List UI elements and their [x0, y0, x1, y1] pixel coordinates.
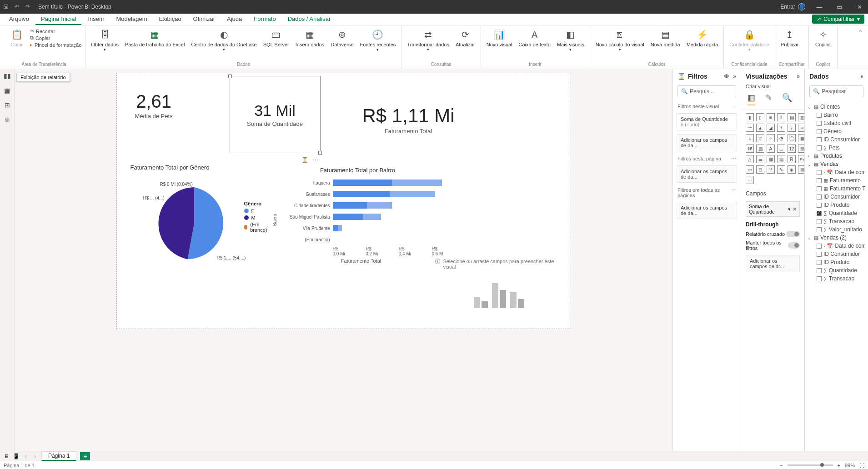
eye-icon[interactable]: 👁	[724, 73, 729, 80]
viz-decomp-icon[interactable]: ⊟	[756, 165, 764, 174]
viz-matrix-icon[interactable]: ▤	[777, 155, 785, 163]
field-valor-unitario[interactable]: ∑Valor_unitario	[808, 225, 865, 234]
transform-data-button[interactable]: ⇄Transformar dados▾	[405, 27, 451, 61]
maximize-button[interactable]: ▭	[833, 4, 845, 10]
enter-data-button[interactable]: ▦Inserir dados	[294, 27, 326, 61]
field-data-de-compra[interactable]: ›📅Data de compra	[808, 168, 865, 176]
filter-add-visual[interactable]: Adicionar os campos de da...	[677, 134, 737, 151]
share-button[interactable]: ↗Compartilhar ▾	[812, 15, 864, 24]
visual-calc-button[interactable]: ⨊Novo cáculo do visual▾	[594, 27, 646, 61]
viz-funnel-icon[interactable]: ▽	[756, 134, 764, 142]
viz-stacked-area-icon[interactable]: ◢	[767, 124, 775, 132]
publish-button[interactable]: ↥Publicar	[779, 27, 801, 61]
field-id-consumidor[interactable]: ID Consumidor	[808, 250, 865, 258]
prev-page-icon[interactable]: ‹	[23, 453, 29, 459]
field-faturamento[interactable]: ▦Faturamento	[808, 176, 865, 185]
viz-card-icon[interactable]: 12	[788, 145, 796, 153]
quick-measure-button[interactable]: ⚡Medida rápida	[685, 27, 720, 61]
analytics-icon[interactable]: 🔍	[782, 93, 792, 105]
viz-100bar-icon[interactable]: ▤	[788, 113, 796, 121]
new-measure-button[interactable]: ▤Nova medida	[649, 27, 682, 61]
save-icon[interactable]: 🖫	[3, 4, 9, 10]
canvas-area[interactable]: 2,61 Média de Pets 31 Mil Soma de Quanti…	[15, 69, 672, 451]
tab-inserir[interactable]: Inserir	[82, 14, 110, 25]
field-id-produto[interactable]: ID Produto	[808, 201, 865, 209]
format-visual-icon[interactable]: ✎	[765, 93, 772, 105]
table-vendas[interactable]: ⌄▦Vendas	[808, 160, 865, 168]
table-view-icon[interactable]: ▦	[3, 86, 11, 95]
collapse-icon[interactable]: »	[733, 73, 736, 80]
card-faturamento-total[interactable]: R$ 1,11 Mi Faturamento Total	[362, 105, 455, 135]
filter-add-page[interactable]: Adicionar os campos de da...	[677, 165, 737, 183]
collapse-icon[interactable]: »	[860, 73, 863, 80]
field-id-consumidor[interactable]: ID Consumidor	[808, 135, 865, 144]
viz-stacked-bar-icon[interactable]: ▮	[746, 113, 754, 121]
viz-waterfall-icon[interactable]: ⊎	[746, 134, 754, 142]
zoom-slider[interactable]	[788, 464, 833, 466]
filter-icon[interactable]: ⏳	[301, 157, 308, 163]
recent-sources-button[interactable]: 🕘Fontes recentes▾	[358, 27, 398, 61]
ellipsis-icon[interactable]: ⋯	[731, 104, 736, 110]
viz-azure-map-icon[interactable]: A	[767, 145, 775, 153]
add-page-button[interactable]: +	[80, 452, 90, 460]
tab-dados-analisar[interactable]: Dados / Analisar	[282, 14, 336, 25]
viz-kpi-icon[interactable]: △	[746, 155, 754, 163]
field-transacao[interactable]: ∑Transacao	[808, 274, 865, 283]
tab-exibicao[interactable]: Exibição	[153, 14, 186, 25]
copilot-button[interactable]: ✧Copilot	[813, 27, 833, 61]
new-visual-button[interactable]: 📊Novo visual	[485, 27, 514, 61]
tab-otimizar[interactable]: Otimizar	[188, 14, 221, 25]
tab-arquivo[interactable]: Arquivo	[4, 14, 35, 25]
remove-icon[interactable]: ✕	[793, 206, 797, 212]
zoom-out-icon[interactable]: −	[780, 463, 783, 468]
signin-button[interactable]: Entrar 👤	[780, 3, 805, 10]
chevron-down-icon[interactable]: ▾	[788, 206, 791, 212]
viz-filled-map-icon[interactable]: ▧	[756, 145, 764, 153]
field-quantidade[interactable]: ∑Quantidade	[808, 266, 865, 274]
viz-line-col2-icon[interactable]: ⫰	[788, 124, 796, 132]
zoom-in-icon[interactable]: +	[838, 463, 840, 468]
field-faturamento-to---[interactable]: ▦Faturamento To...	[808, 185, 865, 193]
copy-button[interactable]: ⧉Copiar	[30, 35, 81, 41]
field-id-consumidor[interactable]: ID Consumidor	[808, 193, 865, 201]
tab-pagina-inicial[interactable]: Página Inicial	[35, 14, 81, 25]
viz-qa-icon[interactable]: ?	[767, 165, 775, 174]
more-options-icon[interactable]: ⋯	[313, 157, 318, 163]
dataverse-button[interactable]: ⊚Dataverse	[329, 27, 355, 61]
refresh-button[interactable]: ⟳Atualizar	[454, 27, 477, 61]
viz-goals-icon[interactable]: ◈	[788, 165, 796, 174]
table-produtos[interactable]: ›▦Produtos	[808, 152, 865, 160]
sensitivity-button[interactable]: 🔒Confidencialidade▾	[728, 27, 771, 61]
undo-icon[interactable]: ↶	[14, 4, 20, 10]
viz-pie-icon[interactable]: ◔	[777, 134, 785, 142]
table-vendas--2-[interactable]: ⌄▦Vendas (2)	[808, 234, 865, 242]
format-painter-button[interactable]: ▸Pincel de formatação	[30, 42, 81, 48]
excel-button[interactable]: ▦Pasta de trabalho do Excel	[123, 27, 186, 61]
field-data-de-compra[interactable]: ›📅Data de compra	[808, 242, 865, 250]
minimize-button[interactable]: —	[813, 4, 825, 10]
next-page-icon[interactable]: ›	[32, 453, 38, 459]
more-visuals-button[interactable]: ◧Mais visuais▾	[555, 27, 586, 61]
viz-clustered-column-icon[interactable]: ⫴	[777, 113, 785, 121]
cross-report-toggle[interactable]	[786, 231, 800, 237]
filter-card-qty[interactable]: Soma de Quantidade é (Tudo)	[677, 113, 737, 130]
viz-table-icon[interactable]: ▦	[767, 155, 775, 163]
dax-view-icon[interactable]: ⎚	[3, 115, 11, 124]
viz-map-icon[interactable]: 🗺	[746, 145, 754, 153]
close-button[interactable]: ✕	[853, 4, 865, 10]
table-clientes[interactable]: ⌄▦Clientes	[808, 103, 865, 111]
field-id-produto[interactable]: ID Produto	[808, 258, 865, 266]
field-transacao[interactable]: ∑Transacao	[808, 217, 865, 225]
viz-slicer-icon[interactable]: ☰	[756, 155, 764, 163]
viz-clustered-bar-icon[interactable]: ≡	[767, 113, 775, 121]
viz-stacked-column-icon[interactable]: ▯	[756, 113, 764, 121]
viz-line-icon[interactable]: 〜	[746, 124, 754, 132]
viz-more-ellipsis-icon[interactable]: ⋯	[746, 176, 754, 184]
keep-filters-toggle[interactable]	[788, 242, 800, 249]
fit-page-icon[interactable]: ⛶	[859, 463, 864, 468]
report-canvas[interactable]: 2,61 Média de Pets 31 Mil Soma de Quanti…	[116, 73, 571, 329]
get-data-button[interactable]: 🗄Obter dados▾	[89, 27, 120, 61]
report-view-icon[interactable]: ▮▮	[3, 72, 11, 80]
viz-r-icon[interactable]: R	[788, 155, 796, 163]
page-tab-1[interactable]: Página 1	[41, 451, 76, 461]
